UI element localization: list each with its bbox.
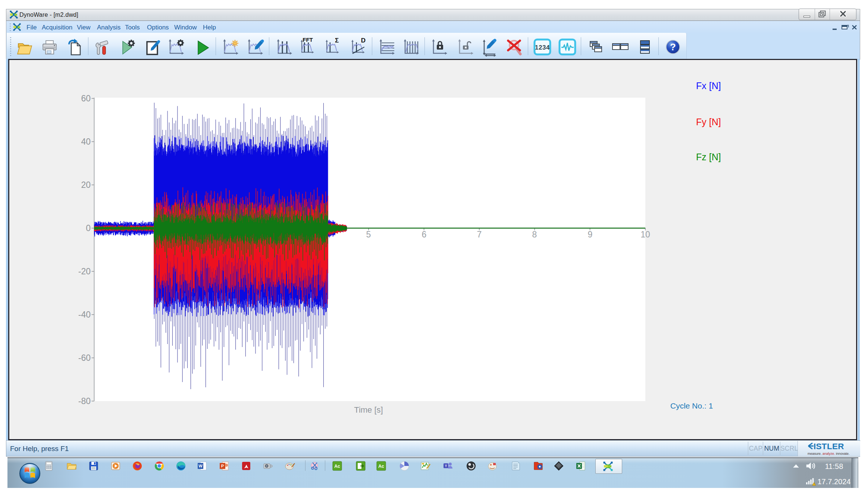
svg-text:Fz [N]: Fz [N] (696, 152, 721, 162)
svg-text:0: 0 (86, 223, 91, 233)
svg-text:8: 8 (532, 230, 537, 239)
svg-text:6: 6 (422, 230, 427, 239)
svg-text:7: 7 (477, 230, 482, 239)
svg-text:-60: -60 (78, 353, 91, 363)
svg-text:Time [s]: Time [s] (354, 405, 383, 415)
svg-text:Ac: Ac (378, 464, 384, 469)
svg-text:T: T (445, 464, 447, 468)
svg-text:P: P (221, 464, 224, 468)
svg-text:9: 9 (588, 230, 593, 239)
svg-text:Fy [N]: Fy [N] (696, 117, 721, 127)
svg-text:5: 5 (366, 230, 371, 239)
svg-text:10: 10 (640, 230, 650, 239)
svg-text:Fx [N]: Fx [N] (696, 81, 721, 91)
svg-text:-40: -40 (78, 310, 91, 319)
svg-text:40: 40 (81, 137, 91, 146)
svg-text:ISTLER: ISTLER (814, 442, 844, 451)
svg-text:60: 60 (81, 94, 91, 103)
svg-text:20: 20 (81, 180, 91, 190)
svg-text:Cycle No.: 1: Cycle No.: 1 (670, 401, 713, 410)
svg-text:Ac: Ac (334, 464, 340, 469)
svg-text:W: W (198, 464, 203, 468)
svg-text:-80: -80 (78, 396, 91, 406)
svg-text:-20: -20 (78, 267, 91, 276)
